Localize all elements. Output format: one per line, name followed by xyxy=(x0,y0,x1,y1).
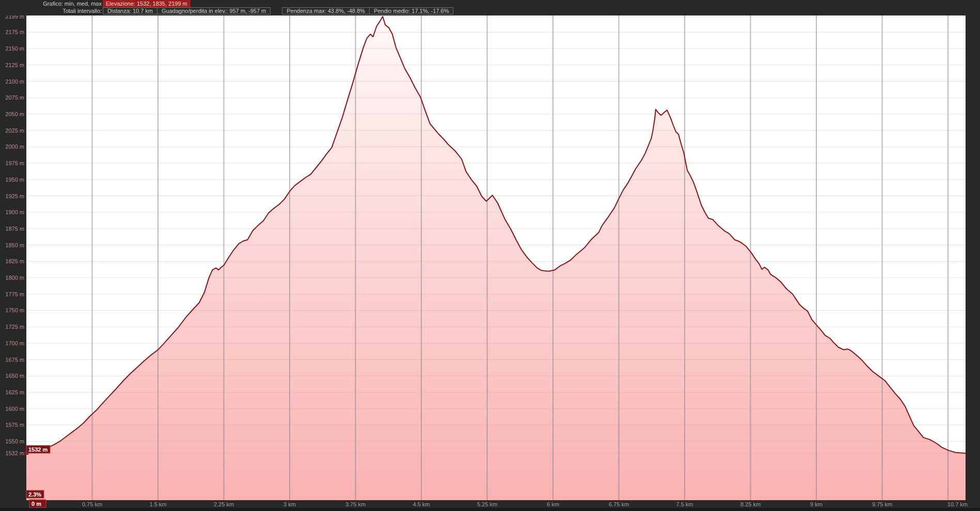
y-axis-tick-label: 1750 m xyxy=(5,307,24,313)
y-axis-tick-label: 1875 m xyxy=(5,226,24,232)
start-elevation-tag: 1532 m xyxy=(28,446,48,453)
y-axis-tick-label: 2050 m xyxy=(5,111,24,117)
y-axis-tick-label: 1650 m xyxy=(5,373,24,379)
y-axis-tick-label: 1725 m xyxy=(5,324,24,330)
y-axis-tick-label: 1675 m xyxy=(5,357,24,363)
x-axis-tick-label: 4.5 km xyxy=(413,501,430,507)
x-axis-tick-label: 3 km xyxy=(283,501,296,507)
y-axis-tick-label: 1975 m xyxy=(5,160,24,166)
x-axis-tick-label: 5.25 km xyxy=(477,501,497,507)
y-axis-tick-label: 1825 m xyxy=(5,258,24,264)
y-axis-tick-label: 1532 m xyxy=(5,450,24,456)
chart-area: 2199 m2175 m2150 m2125 m2100 m2075 m2050… xyxy=(0,0,980,511)
x-axis-tick-label: 9 km xyxy=(810,501,823,507)
x-axis-tick-label: 7.5 km xyxy=(676,501,693,507)
y-axis-tick-label: 1850 m xyxy=(5,242,24,248)
mean-slope-cell: Pendio medio: 17.1%, -17.6% xyxy=(370,7,454,14)
y-axis-tick-label: 2175 m xyxy=(5,29,24,35)
header-row-stats: Grafico: min, med, max Elevazione: 1532,… xyxy=(0,0,980,7)
y-axis-tick-label: 2100 m xyxy=(5,78,24,85)
x-axis-tick-label: 3.75 km xyxy=(345,501,366,507)
gain-loss-cell: Guadagno/perdita in elev.: 957 m, -957 m xyxy=(157,7,271,14)
y-axis-tick-label: 1950 m xyxy=(5,177,24,183)
x-axis-tick-label: 6 km xyxy=(547,501,559,507)
bottom-edge-strip xyxy=(0,508,980,511)
max-slope-cell: Pendenza max: 43.8%, -48.8% xyxy=(282,7,370,14)
header-row-totals: Totali intervallo: Distanza: 10.7 km Gua… xyxy=(0,7,980,14)
y-axis-tick-label: 2025 m xyxy=(5,127,24,134)
origin-distance-tag: 0 m xyxy=(31,501,41,507)
x-axis-tick-label: 9.75 km xyxy=(872,501,892,507)
y-axis-tick-label: 1600 m xyxy=(5,406,24,412)
y-axis-tick-label: 1625 m xyxy=(5,389,24,395)
x-axis-tick-label: 8.25 km xyxy=(740,501,761,507)
y-axis-tick-label: 1575 m xyxy=(5,422,24,428)
graph-minmedmax-label: Grafico: min, med, max xyxy=(0,1,103,7)
elevation-profile-window: 2199 m2175 m2150 m2125 m2100 m2075 m2050… xyxy=(0,0,980,511)
y-axis-tick-label: 2075 m xyxy=(5,94,24,101)
y-axis-tick-label: 1800 m xyxy=(5,275,24,281)
x-axis-tick-label: 6.75 km xyxy=(609,501,629,507)
y-axis-tick-label: 1900 m xyxy=(5,209,24,215)
elevation-summary-badge: Elevazione: 1532, 1835, 2199 m xyxy=(103,0,191,7)
x-axis-tick-label: 0.75 km xyxy=(82,501,102,507)
distance-cell: Distanza: 10.7 km xyxy=(103,7,157,14)
x-axis-tick-label: 1.5 km xyxy=(149,501,166,507)
y-axis-tick-label: 2150 m xyxy=(5,45,24,52)
y-axis-tick-label: 1550 m xyxy=(5,438,24,444)
y-axis-tick-label: 2000 m xyxy=(5,143,24,150)
y-axis-tick-label: 1775 m xyxy=(5,291,24,297)
y-axis-tick-label: 2125 m xyxy=(5,62,24,68)
y-axis-tick-label: 1925 m xyxy=(5,193,24,199)
start-slope-tag: 2.3% xyxy=(28,491,41,498)
y-axis-tick-label: 1700 m xyxy=(5,340,24,346)
x-axis-tick-label: 2.25 km xyxy=(214,501,234,507)
chart-header: Grafico: min, med, max Elevazione: 1532,… xyxy=(0,0,980,15)
interval-totals-label: Totali intervallo: xyxy=(0,8,103,14)
x-axis-end-label: 10.7 km xyxy=(947,501,968,507)
elevation-profile-chart[interactable]: 2199 m2175 m2150 m2125 m2100 m2075 m2050… xyxy=(0,0,980,511)
